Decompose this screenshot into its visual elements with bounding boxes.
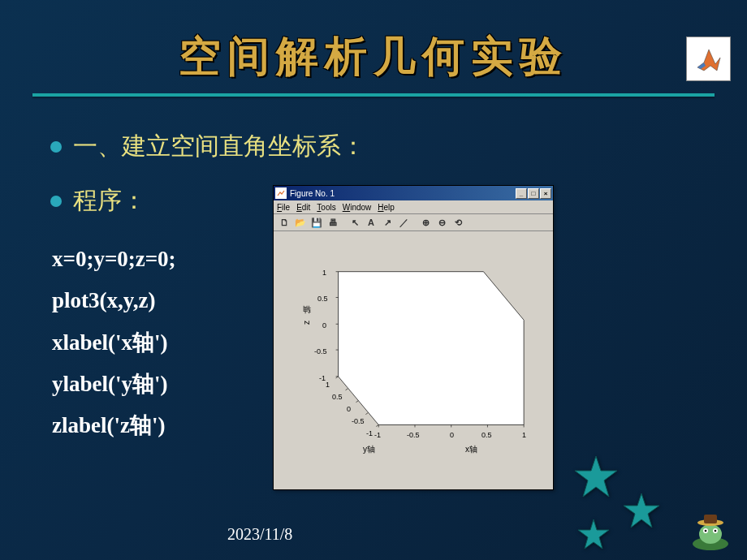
svg-rect-32 [704,515,717,523]
y-tick: -1 [366,429,373,437]
y-tick: -0.5 [352,417,365,425]
maximize-button[interactable]: □ [528,188,539,199]
y-tick: 0 [347,405,351,413]
svg-line-14 [356,401,358,403]
svg-line-13 [346,389,348,390]
bullet-text: 程序： [73,184,146,218]
menu-tools[interactable]: Tools [317,203,335,212]
matlab-figure-window: Figure No. 1 _ □ × File Edit Tools Windo… [273,185,554,490]
save-icon[interactable]: 💾 [309,215,324,230]
svg-marker-23 [624,493,659,528]
x-tick: 0 [450,431,454,439]
slide-title: 空间解析几何实验 [0,0,747,85]
axes-3d-plot [274,231,553,489]
svg-point-28 [705,530,707,532]
z-axis-label: z轴 [301,321,313,325]
x-tick: 1 [522,431,526,439]
menu-window[interactable]: Window [343,203,372,212]
x-tick: 0.5 [481,431,492,439]
z-tick: -1 [319,374,326,382]
bullet-dot-icon [50,141,62,153]
figure-app-icon [275,187,287,199]
x-tick: -0.5 [407,431,420,439]
open-icon[interactable]: 📂 [293,215,308,230]
figure-toolbar: 🗋 📂 💾 🖶 ↖ A ↗ ／ ⊕ ⊖ ⟲ [274,213,553,231]
star-icon [622,492,661,534]
bullet-text: 一、建立空间直角坐标系： [73,130,365,163]
text-tool-icon[interactable]: A [364,215,378,230]
svg-marker-0 [339,272,525,425]
rotate-icon[interactable]: ⟲ [451,215,465,230]
title-underline [32,93,715,97]
star-icon [573,454,619,503]
z-tick: -0.5 [314,347,327,355]
line-tool-icon[interactable]: ／ [396,215,411,230]
svg-marker-22 [575,456,617,497]
svg-marker-24 [578,519,609,549]
svg-line-15 [365,413,368,415]
x-tick: -1 [374,431,381,439]
x-axis-label: x轴 [465,444,477,455]
svg-point-26 [699,524,722,544]
z-tick: 1 [322,269,326,277]
close-button[interactable]: × [540,188,551,199]
z-tick: 0.5 [317,295,328,303]
figure-titlebar: Figure No. 1 _ □ × [274,186,553,200]
y-tick: 0.5 [332,393,343,401]
minimize-button[interactable]: _ [516,188,527,199]
z-tick: 0 [322,321,326,330]
menu-help[interactable]: Help [378,203,395,212]
bullet-item: 一、建立空间直角坐标系： [50,130,456,163]
figure-canvas: 1 0.5 0 -0.5 -1 1 0.5 0 -0.5 -1 -1 -0.5 … [274,231,553,489]
decorative-clipart-icon [686,511,735,552]
y-axis-label: y轴 [363,444,375,455]
figure-title: Figure No. 1 [290,189,515,198]
arrow-annotation-icon[interactable]: ↗ [380,215,395,230]
zoom-in-icon[interactable]: ⊕ [418,215,433,230]
menu-file[interactable]: File [277,203,290,212]
zoom-out-icon[interactable]: ⊖ [434,215,449,230]
print-icon[interactable]: 🖶 [326,215,340,230]
matlab-logo-icon [686,37,731,81]
bullet-dot-icon [50,196,62,207]
slide-date: 2023/11/8 [227,525,292,544]
new-icon[interactable]: 🗋 [277,215,291,230]
svg-line-16 [376,425,378,427]
menu-edit[interactable]: Edit [296,203,310,212]
arrow-icon[interactable]: ↖ [348,215,362,230]
star-icon [576,518,611,555]
figure-menubar: File Edit Tools Window Help [274,200,553,213]
svg-point-30 [715,530,717,532]
y-tick: 1 [326,381,330,389]
